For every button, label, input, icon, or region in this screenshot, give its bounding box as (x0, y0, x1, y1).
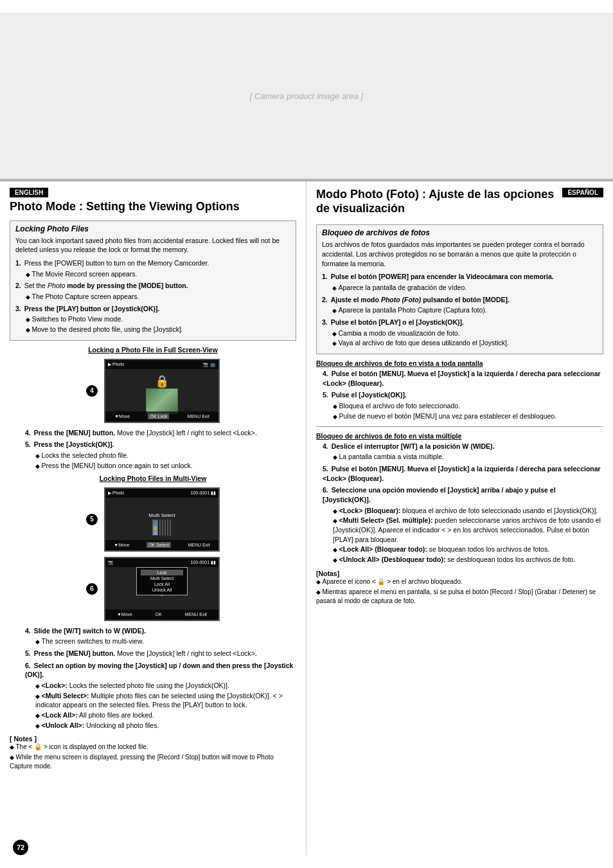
left-main-title: Photo Mode : Setting the Viewing Options (10, 200, 296, 214)
section3-steps: 4. Slide the [W/T] switch to W (WIDE). T… (25, 626, 296, 730)
section1-title: Locking Photo Files (15, 224, 290, 233)
page-number: 72 (13, 840, 28, 855)
list-item: 4. Press the [MENU] button. Move the [Jo… (25, 428, 296, 438)
list-item: 2. Ajuste el modo Photo (Foto) pulsando … (322, 295, 598, 315)
right-title-block: Modo Photo (Foto) : Ajuste de las opcion… (316, 188, 562, 222)
right-section3-steps: 4. Deslice el interruptor [W/T] a la pos… (323, 442, 603, 565)
menu-overlay: Lock Multi Select Lock All Unlock All (136, 567, 188, 595)
list-item: Aparece la pantalla Photo Capture (Captu… (332, 305, 598, 315)
right-column: Modo Photo (Foto) : Ajuste de las opcion… (306, 181, 613, 855)
list-item: 1. Press the [POWER] button to turn on t… (15, 258, 290, 278)
right-section1-title: Bloqueo de archivos de fotos (322, 228, 598, 237)
list-item: Mientras aparece el menú en pantalla, si… (316, 588, 603, 606)
list-item: Aparece el icono < 🔒 > en el archivo blo… (316, 577, 603, 586)
page: [ Camera product image area ] ENGLISH Ph… (0, 0, 613, 868)
multi-thumb (162, 520, 163, 536)
list-item: 6. Select an option by moving the [Joyst… (25, 661, 296, 730)
step-4-circle: 4 (86, 385, 98, 397)
english-badge: ENGLISH (10, 188, 296, 200)
multi-thumb (159, 520, 161, 536)
list-item: Switches to Photo View mode. (26, 314, 290, 324)
camera-screen-5: ▶ Photo 100-0001 ▮▮ Multi Select 🔒 (104, 487, 220, 552)
list-item: Pulse de nuevo el botón [MENU] una vez p… (333, 411, 603, 421)
list-item: The < 🔒 > icon is displayed on the locke… (10, 743, 296, 752)
step-6-circle: 6 (86, 583, 98, 595)
list-item: Aparece la pantalla de grabación de víde… (332, 283, 598, 293)
sub-section-fullscreen-label: Locking a Photo File in Full Screen-View (10, 346, 296, 354)
screen-images-5-6: 5 ▶ Photo 100-0001 ▮▮ Multi Select 🔒 (10, 487, 296, 621)
screen-image-4-area: 4 ▶ Photo 📷 📺 🔒 ▼Move (10, 359, 296, 423)
list-item: Locks the selected photo file. (35, 451, 296, 460)
list-item: 3. Pulse el botón [PLAY] o el [Joystick(… (322, 318, 598, 348)
sub-section-multiview-label: Locking Photo Files in Multi-View (10, 475, 296, 482)
list-item: 4. Deslice el interruptor [W/T] a la pos… (323, 442, 603, 462)
right-sub-section3-label: Bloqueo de archivos de foto en vista múl… (316, 432, 603, 440)
list-item: 6. Seleccione una opción moviendo el [Jo… (323, 485, 603, 565)
list-item: Bloquea el archivo de foto seleccionado. (333, 401, 603, 411)
right-sub-section2-label: Bloqueo de archivos de foto en vista a t… (316, 359, 603, 367)
list-item: 5. Pulse el botón [MENU]. Mueva el [Joys… (323, 464, 603, 483)
list-item: While the menu screen is displayed, pres… (10, 753, 296, 771)
right-section2-steps: 4. Pulse el botón [MENU]. Mueva el [Joys… (323, 369, 603, 420)
list-item: 3. Press the [PLAY] button or [Joystick(… (15, 304, 290, 334)
list-item: Cambia a modo de visualización de foto. (332, 329, 598, 338)
section-locking-photo-files: Locking Photo Files You can lock importa… (10, 221, 296, 341)
list-item: <Lock All> (Bloquear todo): se bloquean … (333, 545, 603, 554)
list-item: <Unlock All> (Desbloquear todo): se desb… (333, 555, 603, 565)
list-item: <Unlock All>: Unlocking all photo files. (35, 721, 296, 730)
list-item: The Movie Record screen appears. (26, 269, 290, 279)
lock-icon: 🔒 (155, 374, 169, 388)
list-item: The screen switches to multi-view. (35, 637, 296, 646)
list-item: 4. Pulse el botón [MENU]. Mueva el [Joys… (323, 369, 603, 388)
multi-thumb (164, 520, 166, 536)
main-content: ENGLISH Photo Mode : Setting the Viewing… (0, 180, 613, 855)
divider (316, 426, 603, 427)
notes-section-right: [Notas] Aparece el icono < 🔒 > en el arc… (316, 570, 603, 606)
page-footer: 72 (0, 855, 613, 868)
section1-intro: You can lock important saved photo files… (15, 236, 290, 255)
right-header: Modo Photo (Foto) : Ajuste de las opcion… (316, 188, 603, 222)
right-section1-steps: 1. Pulse el botón [POWER] para encender … (322, 272, 598, 348)
section1-steps: 1. Press the [POWER] button to turn on t… (15, 258, 290, 334)
top-image-area: [ Camera product image area ] (250, 91, 363, 101)
left-column: ENGLISH Photo Mode : Setting the Viewing… (0, 181, 306, 855)
multi-thumb (167, 520, 168, 536)
list-item: Vaya al archivo de foto que desea utiliz… (332, 338, 598, 348)
multi-thumb: 🔒 (152, 520, 158, 536)
right-main-title: Modo Photo (Foto) : Ajuste de las opcion… (316, 188, 562, 215)
photo-thumbnail (146, 388, 178, 414)
list-item: 2. Set the Photo mode by pressing the [M… (15, 281, 290, 301)
list-item: 5. Press the [Joystick(OK)]. Locks the s… (25, 440, 296, 470)
section2-steps: 4. Press the [MENU] button. Move the [Jo… (25, 428, 296, 471)
multi-thumb (170, 520, 171, 536)
espanol-badge-wrapper: ESPAÑOL (562, 188, 603, 200)
step-5-circle: 5 (86, 514, 98, 525)
list-item: The Photo Capture screen appears. (26, 292, 290, 302)
notes-section-left: [ Notes ] The < 🔒 > icon is displayed on… (10, 735, 296, 771)
section-bloqueo-fotos: Bloqueo de archivos de fotos Los archivo… (316, 224, 603, 354)
list-item: <Lock All>: All photo files are locked. (35, 710, 296, 720)
list-item: 1. Pulse el botón [POWER] para encender … (322, 272, 598, 292)
list-item: <Multi Select>: Multiple photo files can… (35, 691, 296, 710)
list-item: 5. Press the [MENU] button. Move the [Jo… (25, 649, 296, 658)
list-item: <Lock>: Locks the selected photo file us… (35, 681, 296, 691)
list-item: Move to the desired photo file, using th… (26, 325, 290, 334)
camera-screen-4: ▶ Photo 📷 📺 🔒 ▼Move OK Lock MENU Exit (104, 359, 220, 423)
list-item: La pantalla cambia a vista múltiple. (333, 452, 603, 462)
right-section1-intro: Los archivos de fotos guardados más impo… (322, 240, 598, 268)
list-item: 5. Pulse el [Joystick(OK)]. Bloquea el a… (323, 390, 603, 420)
camera-screen-6: 📷 100-0001 ▮▮ Lock Multi Select Lock All… (104, 557, 220, 621)
list-item: 4. Slide the [W/T] switch to W (WIDE). T… (25, 626, 296, 646)
list-item: Press the [MENU] button once again to se… (35, 461, 296, 471)
list-item: <Lock> (Bloquear): bloquea el archivo de… (333, 506, 603, 516)
list-item: <Multi Select> (Sel. múltiple): pueden s… (333, 516, 603, 544)
